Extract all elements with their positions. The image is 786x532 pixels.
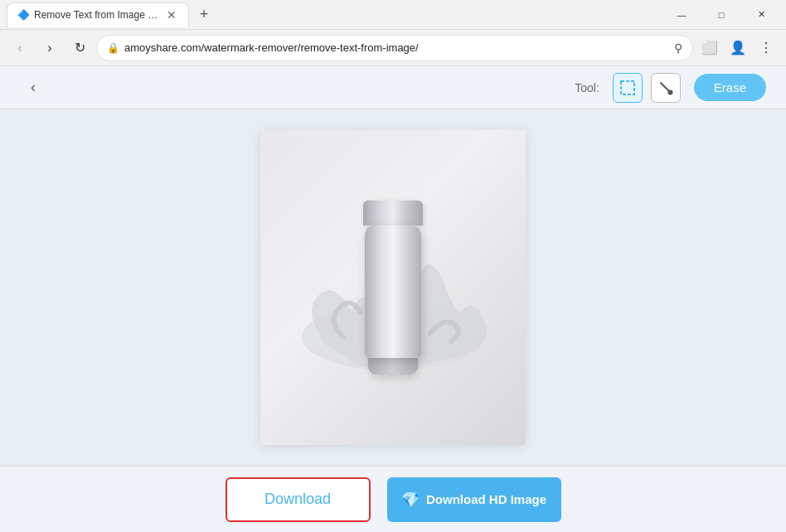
maximize-button[interactable]: □ xyxy=(703,2,740,27)
close-button[interactable]: ✕ xyxy=(743,2,779,27)
nav-bar: ‹ › ↻ 🔒 amoyshare.com/watermark-remover/… xyxy=(0,30,786,66)
bottle-body xyxy=(365,225,421,358)
active-tab[interactable]: 🔷 Remove Text from Image – Delet ✕ xyxy=(7,2,189,27)
title-bar: 🔷 Remove Text from Image – Delet ✕ + — □… xyxy=(0,0,786,30)
account-button[interactable]: 👤 xyxy=(725,35,751,61)
bottle-cap xyxy=(363,201,423,225)
window-controls: — □ ✕ xyxy=(663,2,779,27)
url-text: amoyshare.com/watermark-remover/remove-t… xyxy=(124,41,669,54)
search-icon: ⚲ xyxy=(674,41,682,55)
new-tab-button[interactable]: + xyxy=(192,3,216,27)
minimize-button[interactable]: — xyxy=(663,2,700,27)
svg-point-2 xyxy=(667,89,672,94)
menu-button[interactable]: ⋮ xyxy=(753,35,779,61)
bottom-bar: Download 💎 Download HD Image xyxy=(0,466,786,532)
back-button[interactable]: ‹ xyxy=(7,35,33,61)
product-visual xyxy=(260,130,526,445)
svg-rect-0 xyxy=(621,81,634,94)
tab-title: Remove Text from Image – Delet xyxy=(34,9,160,21)
extensions-button[interactable]: ⬜ xyxy=(696,35,723,61)
product-bottle xyxy=(363,201,423,375)
selection-icon xyxy=(619,80,636,96)
tool-group xyxy=(613,73,681,103)
address-bar[interactable]: 🔒 amoyshare.com/watermark-remover/remove… xyxy=(96,35,693,61)
brush-icon xyxy=(657,80,674,96)
main-content: Download 💎 Download HD Image xyxy=(0,109,786,532)
refresh-button[interactable]: ↻ xyxy=(66,35,93,61)
bottle-bottom xyxy=(368,358,418,375)
toolbar-back-button[interactable]: ‹ xyxy=(20,75,46,101)
tool-label: Tool: xyxy=(575,81,599,94)
forward-button[interactable]: › xyxy=(36,35,63,61)
download-hd-label: Download HD Image xyxy=(426,492,546,506)
tab-close-button[interactable]: ✕ xyxy=(165,7,178,22)
download-button[interactable]: Download xyxy=(226,477,371,522)
lock-icon: 🔒 xyxy=(107,42,119,54)
svg-line-1 xyxy=(661,83,669,91)
app-toolbar: ‹ Tool: Erase xyxy=(0,66,786,109)
tab-area: 🔷 Remove Text from Image – Delet ✕ + xyxy=(7,2,657,27)
diamond-icon: 💎 xyxy=(401,491,420,509)
nav-actions: ⬜ 👤 ⋮ xyxy=(696,35,779,61)
image-canvas[interactable] xyxy=(260,130,526,445)
download-hd-button[interactable]: 💎 Download HD Image xyxy=(387,477,561,522)
image-area xyxy=(0,109,786,466)
brush-tool-button[interactable] xyxy=(651,73,681,103)
tab-favicon: 🔷 xyxy=(17,9,29,21)
selection-tool-button[interactable] xyxy=(613,73,643,103)
erase-button[interactable]: Erase xyxy=(694,74,766,101)
browser-frame: 🔷 Remove Text from Image – Delet ✕ + — □… xyxy=(0,0,786,532)
